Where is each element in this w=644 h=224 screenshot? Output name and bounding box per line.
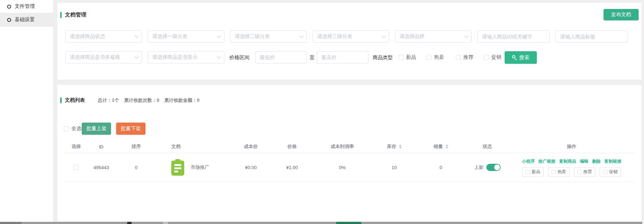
checkbox-icon <box>484 55 489 60</box>
sidebar: 文件管理 基础设置 <box>0 0 53 222</box>
sort-asc-icon[interactable] <box>399 144 402 146</box>
table-row: 495443 0 市场推广 ¥0.00 ¥1.00 0% 10 0 上架 小程序 <box>65 153 634 182</box>
chevron-down-icon <box>134 34 138 38</box>
row-tag-checkboxes: 新品 热卖 推荐 促销 <box>522 167 621 177</box>
checkbox-new-product[interactable]: 新品 <box>399 51 416 63</box>
cell-price: ¥1.00 <box>272 165 312 170</box>
select-multi-spec[interactable]: 请选择商品是否多规格 <box>65 51 142 63</box>
sales-sorter <box>445 144 448 149</box>
stat-payment-amount: 累计收款金额：0 <box>164 97 199 104</box>
product-tag-input[interactable] <box>555 30 628 43</box>
stat-total: 总计：1个 <box>98 97 119 104</box>
col-header-status: 状态 <box>466 143 509 150</box>
accent-bar <box>60 12 62 18</box>
chevron-down-icon <box>299 34 303 38</box>
max-price-input[interactable] <box>317 51 368 63</box>
select-all-label: 全选 <box>71 125 81 132</box>
col-header-margin: 成本利润率 <box>312 143 373 150</box>
row-checkbox[interactable] <box>74 165 79 170</box>
mini-program-link[interactable]: 小程序 <box>522 158 535 165</box>
checkbox-label: 热卖 <box>434 54 444 61</box>
search-button[interactable]: 搜索 <box>505 51 537 64</box>
checkbox-icon <box>399 55 404 60</box>
copy-link-link[interactable]: 复制链接 <box>604 158 621 165</box>
checkbox-label: 促销 <box>491 54 501 61</box>
product-id-keyword-input[interactable] <box>477 30 550 43</box>
product-type-label: 商品类型 <box>373 51 393 63</box>
min-price-input[interactable] <box>255 51 307 63</box>
price-range-label: 价格区间 <box>229 51 249 63</box>
chevron-down-icon <box>217 34 221 38</box>
checkbox-promotion[interactable]: 促销 <box>484 51 501 63</box>
document-name: 市场推广 <box>191 164 209 171</box>
document-list-panel: 文档列表 总计：1个 累计收款次数：0 累计收款金额：0 全选 批量上架 批量下… <box>57 85 641 221</box>
toggle-knob <box>494 165 500 170</box>
checkbox-label: 推荐 <box>463 54 473 61</box>
table-header-row: 选择 ID 排序 文档 成本价 价格 成本利润率 库存 销量 状态 <box>65 140 634 153</box>
checkbox-recommend[interactable]: 推荐 <box>456 51 473 63</box>
status-label: 上架 <box>474 164 483 171</box>
sidebar-item-file-management[interactable]: 文件管理 <box>0 0 53 13</box>
cell-sort: 0 <box>115 165 158 170</box>
select-product-status[interactable]: 请选择商品状态 <box>65 30 142 43</box>
document-icon <box>171 159 184 176</box>
chevron-down-icon <box>217 54 221 58</box>
select-placeholder: 请选择三级分类 <box>317 33 352 40</box>
select-placeholder: 请选择商品状态 <box>70 33 105 40</box>
col-header-id: ID <box>88 144 115 149</box>
scrollbar-segment-dark <box>127 222 132 224</box>
sidebar-item-label: 基础设置 <box>15 16 35 23</box>
select-visibility[interactable]: 请选择商品是否显示 <box>148 51 224 63</box>
scrollbar-segment-green <box>336 222 361 224</box>
delete-link[interactable]: 删除 <box>592 158 601 165</box>
select-placeholder: 请选择商品是否多规格 <box>70 54 120 61</box>
cell-id: 495443 <box>88 165 115 170</box>
cell-sales: 0 <box>416 165 466 170</box>
search-icon <box>512 55 517 60</box>
cell-margin: 0% <box>312 165 373 170</box>
scrollbar-segment <box>0 222 22 224</box>
select-category-level1[interactable]: 请选择一级分类 <box>148 30 224 43</box>
checkbox-label: 新品 <box>406 54 416 61</box>
operation-links: 小程序 推广链接 复制商品 编辑 删除 复制链接 <box>522 158 621 165</box>
select-category-level2[interactable]: 请选择二级分类 <box>230 30 307 43</box>
panel-header: 文档管理 <box>60 11 86 18</box>
accent-bar <box>60 97 62 103</box>
scrollbar-segment-light <box>163 222 168 224</box>
cell-operations: 小程序 推广链接 复制商品 编辑 删除 复制链接 新品 热卖 <box>509 158 634 177</box>
tag-checkbox-promotion[interactable]: 促销 <box>600 167 621 177</box>
copy-product-link[interactable]: 复制商品 <box>559 158 576 165</box>
stock-sorter <box>399 144 402 149</box>
cell-document: 市场推广 <box>158 159 229 176</box>
promo-link-link[interactable]: 推广链接 <box>538 158 555 165</box>
sidebar-item-label: 文件管理 <box>15 3 35 10</box>
cell-status: 上架 <box>466 164 509 171</box>
select-brand[interactable]: 请选择品牌 <box>395 30 472 43</box>
status-toggle[interactable] <box>486 164 501 171</box>
batch-on-shelf-button[interactable]: 批量上架 <box>82 123 111 135</box>
page-title: 文档管理 <box>65 11 86 18</box>
checkbox-icon <box>426 55 431 60</box>
select-placeholder: 请选择一级分类 <box>152 33 187 40</box>
batch-off-shelf-button[interactable]: 批量下架 <box>116 123 146 135</box>
select-category-level3[interactable]: 请选择三级分类 <box>313 30 389 43</box>
checkbox-icon <box>456 55 461 60</box>
bottom-scrollbar[interactable] <box>0 222 642 224</box>
select-all-checkbox[interactable]: 全选 <box>64 123 81 135</box>
select-placeholder: 请选择品牌 <box>400 33 425 40</box>
tag-checkbox-new[interactable]: 新品 <box>522 167 544 177</box>
sort-asc-icon[interactable] <box>445 144 448 146</box>
sort-desc-icon[interactable] <box>445 147 448 149</box>
col-header-sort: 排序 <box>115 143 158 150</box>
tag-checkbox-hot[interactable]: 热卖 <box>548 167 569 177</box>
checkbox-icon <box>526 170 530 174</box>
stat-payment-count: 累计收款次数：0 <box>124 97 159 104</box>
sort-desc-icon[interactable] <box>399 147 402 149</box>
tag-checkbox-recommend[interactable]: 推荐 <box>574 167 595 177</box>
radio-circle-icon <box>7 18 11 22</box>
checkbox-hot-sale[interactable]: 热卖 <box>426 51 444 63</box>
sidebar-item-basic-settings[interactable]: 基础设置 <box>0 13 53 27</box>
publish-document-button[interactable]: 发布文档 <box>604 9 639 20</box>
col-header-stock: 库存 <box>373 143 416 150</box>
edit-link[interactable]: 编辑 <box>580 158 588 165</box>
